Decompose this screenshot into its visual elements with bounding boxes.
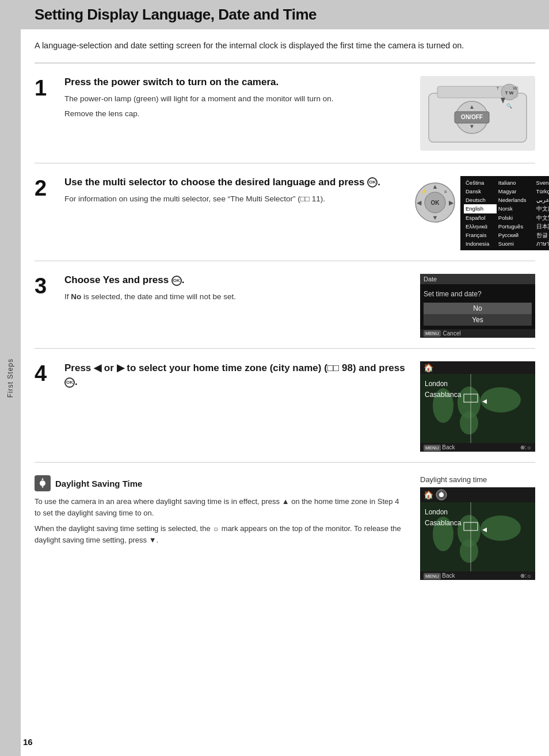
daylight-menu-icon: MENU [424, 573, 441, 579]
svg-text:ON/OFF: ON/OFF [461, 114, 483, 120]
map-footer-back: Back [442, 444, 455, 450]
step-4-press: Press [64, 362, 94, 373]
ok-button-inline-3: OK [64, 377, 75, 388]
date-screen-yes: Yes [424, 314, 532, 326]
daylight-desc2: When the daylight saving time setting is… [35, 523, 406, 545]
step-3-desc-bold: No [71, 292, 81, 301]
lang-cell: Suomi [497, 239, 535, 248]
lang-cell: 日本語 [535, 222, 549, 231]
step-3-row: 3 Choose Yes and press OK. If No is sele… [35, 274, 535, 349]
step-4-arrow-right-icon: ▶ [117, 362, 124, 373]
step-1-desc1: The power-on lamp (green) will light for… [64, 93, 411, 105]
lang-cell: عربي [535, 196, 549, 204]
step-2-title-text: Use the multi selector to choose the des… [64, 177, 367, 188]
svg-text:W: W [513, 86, 517, 91]
daylight-right: Daylight saving time 🏠 ▲ [420, 475, 535, 580]
daylight-map-body: London Casablanca [420, 502, 535, 571]
step-4-row: 4 Press ◀ or ▶ to select your home time … [35, 361, 535, 463]
lang-cell: English [464, 204, 497, 213]
daylight-left: ▲ ● Daylight Saving Time To use the came… [35, 475, 406, 580]
daylight-home-icon: 🏠 [424, 490, 433, 499]
step-4-or: or [101, 362, 116, 373]
daylight-icon: ▲ ● [35, 475, 51, 491]
step-3-title-pre: Choose [64, 274, 103, 285]
svg-text:T: T [497, 86, 500, 91]
svg-text:▼: ▼ [432, 214, 439, 221]
sidebar: First Steps [0, 0, 21, 756]
daylight-desc1: To use the camera in an area where dayli… [35, 496, 406, 518]
step-2-content: Use the multi selector to choose the des… [64, 176, 405, 205]
daylight-map-header: 🏠 ▲ [420, 487, 535, 502]
date-screen: Date Set time and date? No Yes MENU Canc… [420, 274, 535, 338]
map-footer: MENU Back ⊕:☼ [420, 443, 535, 452]
step-4-number: 4 [35, 362, 55, 384]
lang-cell: Indonesia [464, 239, 497, 248]
daylight-title-row: ▲ ● Daylight Saving Time [35, 475, 406, 491]
lang-cell: 中文简体 [535, 204, 549, 213]
lang-cell: Italiano [497, 178, 535, 187]
date-screen-footer-text: Cancel [443, 330, 461, 337]
lang-cell: Norsk [497, 204, 535, 213]
svg-text:●: ● [41, 485, 44, 488]
daylight-map-screen: 🏠 ▲ [420, 487, 535, 580]
svg-text:OK: OK [431, 200, 440, 206]
svg-text:▲: ▲ [469, 104, 475, 110]
step-3-title-bold: Yes [103, 274, 120, 285]
ok-button-graphic: OK ▲ ▼ ◀ ▶ ⚡ ≡ [414, 182, 456, 223]
step-3-desc-post: is selected, the date and time will not … [81, 292, 236, 301]
date-screen-question: Set time and date? [420, 284, 535, 303]
step-4-title-rest: to select your home time zone (city name… [124, 362, 405, 373]
daylight-section: ▲ ● Daylight Saving Time To use the came… [35, 475, 535, 580]
step-3-title-end: . [182, 274, 185, 285]
daylight-city1: London [425, 507, 461, 518]
map-city2: Casablanca [425, 390, 461, 400]
language-grid: ČeštinaItalianoSvenskaDanskMagyarTürkçeD… [460, 176, 549, 251]
daylight-map-cities: London Casablanca [425, 507, 461, 529]
daylight-screen-label: Daylight saving time [420, 475, 535, 484]
svg-text:T W: T W [505, 90, 514, 96]
main-content: Setting Display Language, Date and Time … [21, 0, 549, 594]
svg-text:◀: ◀ [417, 199, 422, 206]
step-2-row: 2 Use the multi selector to choose the d… [35, 176, 535, 262]
daylight-footer-back: Back [442, 572, 455, 579]
date-screen-header: Date [420, 274, 535, 284]
svg-text:▲: ▲ [432, 183, 439, 190]
lang-cell: Svenska [535, 178, 549, 187]
step-1-row: 1 Press the power switch to turn on the … [35, 76, 535, 163]
map-cities: London Casablanca [425, 379, 461, 400]
step-2-number: 2 [35, 177, 55, 199]
map-screen: 🏠 [420, 361, 535, 452]
step-3-number: 3 [35, 275, 55, 297]
map-menu-icon: MENU [424, 445, 441, 451]
ok-button-inline-1: OK [367, 177, 378, 188]
header-bar: Setting Display Language, Date and Time [21, 0, 549, 29]
lang-cell: 한글 [535, 231, 549, 239]
step-4-image: 🏠 [420, 361, 535, 452]
lang-cell: Ελληνικά [464, 222, 497, 231]
lang-cell: Čeština [464, 178, 497, 187]
lang-cell: Türkçe [535, 187, 549, 196]
svg-point-42 [460, 540, 478, 563]
lang-cell: Dansk [464, 187, 497, 196]
ok-button-inline-2: OK [171, 276, 182, 286]
date-screen-no: No [424, 303, 532, 314]
lang-cell: 中文繁體 [535, 213, 549, 222]
lang-cell: Português [497, 222, 535, 231]
step-3-image: Date Set time and date? No Yes MENU Canc… [420, 274, 535, 338]
step-3-content: Choose Yes and press OK. If No is select… [64, 274, 411, 303]
camera-top-svg: T W ▲ ▼ ◀ ▶ ON/OFF T W 🔍 [420, 76, 535, 151]
daylight-map-footer: MENU Back ⊕:☼ [420, 571, 535, 580]
daylight-saving-indicator: ▲ [436, 489, 447, 501]
page-number: 16 [23, 737, 33, 747]
step-1-content: Press the power switch to turn on the ca… [64, 76, 411, 120]
step-2-image: OK ▲ ▼ ◀ ▶ ⚡ ≡ ČeštinaItalia [414, 176, 535, 251]
step-3-title: Choose Yes and press OK. [64, 274, 411, 287]
daylight-city2: Casablanca [425, 518, 461, 529]
lang-cell: Nederlands [497, 196, 535, 204]
svg-text:▲: ▲ [440, 490, 443, 494]
lang-cell: Español [464, 213, 497, 222]
ok-button-svg: OK ▲ ▼ ◀ ▶ ⚡ ≡ [414, 182, 456, 223]
lang-area: OK ▲ ▼ ◀ ▶ ⚡ ≡ ČeštinaItalia [414, 176, 535, 251]
lang-cell: Français [464, 231, 497, 239]
svg-text:⚡: ⚡ [421, 189, 427, 194]
